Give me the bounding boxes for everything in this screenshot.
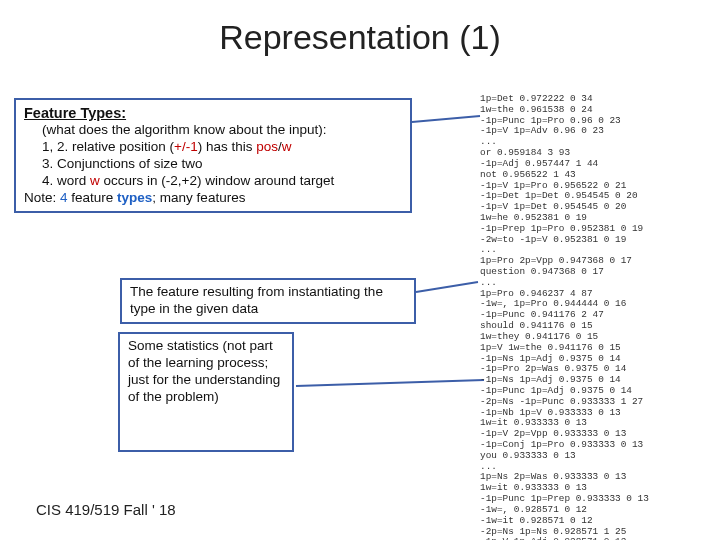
callout-arrow-3: [292, 378, 492, 418]
feature-types-line2: 1, 2. relative position (+/-1) has this …: [24, 139, 402, 156]
feature-types-line4: 4. word w occurs in (-2,+2) window aroun…: [24, 173, 402, 190]
callout-arrow-2: [414, 278, 486, 308]
feature-types-heading: Feature Types:: [24, 104, 402, 122]
feature-types-note: Note: 4 feature types; many features: [24, 190, 402, 207]
feature-instance-text: The feature resulting from instantiating…: [130, 284, 383, 316]
feature-types-box: Feature Types: (what does the algorithm …: [14, 98, 412, 213]
feature-instance-box: The feature resulting from instantiating…: [120, 278, 416, 324]
feature-types-line1: (what does the algorithm know about the …: [24, 122, 402, 139]
course-footer: CIS 419/519 Fall ' 18: [36, 501, 176, 518]
statistics-text: Some statistics (not part of the learnin…: [128, 338, 280, 404]
slide-title: Representation (1): [0, 0, 720, 65]
feature-data-listing: 1p=Det 0.972222 0 34 1w=the 0.961538 0 2…: [480, 94, 714, 540]
statistics-box: Some statistics (not part of the learnin…: [118, 332, 294, 452]
callout-arrow-1: [410, 112, 490, 134]
feature-types-line3: 3. Conjunctions of size two: [24, 156, 402, 173]
